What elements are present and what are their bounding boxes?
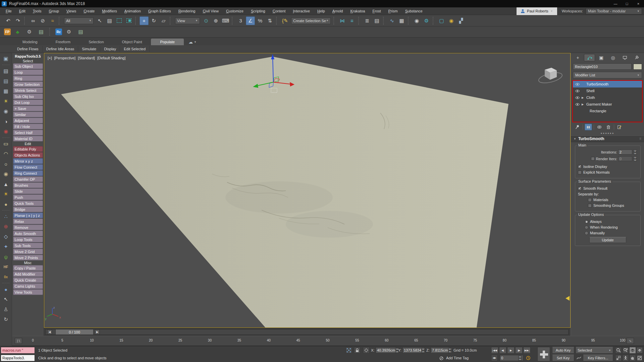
- use-pivot-point-center-button[interactable]: ⊙: [202, 16, 211, 25]
- menu-views[interactable]: Views: [63, 8, 80, 14]
- teapot-icon[interactable]: ◉: [2, 170, 10, 178]
- rappa-button-bridge[interactable]: Bridge: [13, 206, 43, 212]
- plane-icon[interactable]: ▭: [2, 139, 10, 148]
- rectangular-selection-region-button[interactable]: [115, 16, 124, 25]
- go-to-end-button[interactable]: ▶▶|: [523, 347, 531, 354]
- ab-render-presets-button[interactable]: ▞: [457, 16, 466, 25]
- rappa-button-move-2-grid[interactable]: Move 2 Grid: [13, 249, 43, 254]
- rappa-button-view-tools[interactable]: View Tools: [13, 289, 43, 295]
- panel-splitter[interactable]: ●●●●●●: [571, 131, 644, 135]
- modifier-shell[interactable]: Shell: [573, 87, 642, 94]
- next-frame-button[interactable]: |▶: [515, 347, 523, 354]
- menu-modifiers[interactable]: Modifiers: [98, 8, 121, 14]
- smooth-result-checkbox[interactable]: [578, 187, 582, 190]
- coin-icon[interactable]: 0x: [2, 273, 10, 281]
- select-and-link-button[interactable]: ∞: [29, 16, 38, 25]
- pan-button[interactable]: [629, 355, 636, 361]
- planar-icon[interactable]: ◇: [2, 232, 10, 241]
- walk-through-button[interactable]: [622, 355, 629, 361]
- track-bar[interactable]: ∣∖ 0510152025303540455055606570758085909…: [12, 336, 644, 346]
- ribbon-tab-modeling[interactable]: Modeling: [13, 39, 47, 45]
- layer-explorer-button[interactable]: ≣: [363, 16, 372, 25]
- pin-stack-icon[interactable]: [574, 124, 581, 130]
- select-and-rotate-button[interactable]: ↻: [149, 16, 158, 25]
- foliage-tool-icon[interactable]: ♣: [13, 27, 22, 36]
- unlink-selection-button[interactable]: ⊘: [38, 16, 47, 25]
- zoom-extents-button[interactable]: [629, 347, 636, 354]
- ribbon-button-define-idle-areas[interactable]: Define Idle Areas: [43, 46, 78, 52]
- menu-edit[interactable]: Edit: [15, 8, 29, 14]
- time-slider-next[interactable]: ▶: [95, 329, 100, 335]
- ribbon-button-edit-selected[interactable]: Edit Selected: [120, 46, 150, 52]
- rappa-button-grow-selection[interactable]: Grow Selection: [13, 81, 43, 87]
- viewport[interactable]: x y z [+][Perspective][Standard][Default…: [44, 53, 571, 328]
- menu-frost[interactable]: Frost: [369, 8, 385, 14]
- rappa-button-sub-object[interactable]: Sub Object: [13, 63, 43, 69]
- time-slider[interactable]: ◀ 0 / 100 ▶: [44, 328, 571, 336]
- iterations-spinner[interactable]: ▲▼: [633, 149, 637, 155]
- auto-key-button[interactable]: Auto Key: [552, 347, 574, 354]
- ribbon-tab-selection[interactable]: Selection: [79, 39, 113, 45]
- loop-icon[interactable]: ↻: [2, 315, 10, 324]
- sun-icon[interactable]: ☀: [2, 190, 10, 198]
- rappa-button-objects-actions[interactable]: Objects Actions: [13, 152, 43, 158]
- ribbon-tab-freeform[interactable]: Freeform: [47, 39, 80, 45]
- rappa-button-save[interactable]: + Save: [13, 106, 43, 111]
- rc-list-tool-icon[interactable]: ▤: [76, 27, 85, 36]
- spheres-icon[interactable]: ⊕: [2, 222, 10, 231]
- sphere-icon[interactable]: ○: [2, 160, 10, 168]
- key-mode-toggle[interactable]: ◀▶: [491, 355, 498, 361]
- menu-help[interactable]: Help: [314, 8, 329, 14]
- curve-editor-button[interactable]: ∿: [387, 16, 396, 25]
- spinner-snap-toggle-button[interactable]: ⇅: [265, 16, 274, 25]
- window-crossing-toggle-button[interactable]: [124, 16, 133, 25]
- rappa-button-shrink-select[interactable]: Shrink Select: [13, 87, 43, 93]
- keyboard-shortcut-override-button[interactable]: ⌨: [221, 16, 230, 25]
- smoothing-groups-checkbox[interactable]: [588, 204, 592, 207]
- align-button[interactable]: ≡: [347, 16, 357, 25]
- panel-tab-create[interactable]: +: [572, 54, 583, 61]
- menu-group[interactable]: Group: [45, 8, 63, 14]
- modifier-rectangle[interactable]: Rectangle: [573, 108, 642, 114]
- rappa-button-remove[interactable]: Remove: [13, 225, 43, 230]
- rappa-button-similar[interactable]: Similar: [13, 112, 43, 117]
- mini-track-icon[interactable]: ∣∖: [15, 338, 22, 344]
- redo-button[interactable]: ↷: [13, 16, 22, 25]
- rappa-button-planar-x-y-z[interactable]: Planar | x | y | z: [13, 213, 43, 218]
- rappa-button-auto-smooth[interactable]: Auto Smooth: [13, 231, 43, 236]
- iterations-field[interactable]: 2: [618, 149, 632, 155]
- rappa-button-loop-tools[interactable]: Loop Tools: [13, 237, 43, 242]
- maximize-button[interactable]: □: [621, 0, 633, 7]
- configure-modifier-sets-icon[interactable]: [616, 124, 623, 130]
- material-editor-button[interactable]: ◉: [412, 16, 421, 25]
- visibility-eye-icon[interactable]: [574, 96, 580, 99]
- toggle-ribbon-button[interactable]: ▤: [372, 16, 381, 25]
- play-button[interactable]: ▶: [507, 347, 515, 354]
- turbosmooth-rollout-header[interactable]: ▼ TurboSmooth ⠿: [571, 135, 644, 142]
- populate-flow-tool-icon[interactable]: FP: [4, 28, 11, 35]
- render-production-button[interactable]: ◉: [447, 16, 456, 25]
- rappa-button-move-2-points[interactable]: Move 2 Points: [13, 255, 43, 260]
- scene-wrench-tool-icon[interactable]: ⚙: [25, 27, 34, 36]
- zoom-region-button[interactable]: [615, 355, 622, 361]
- angle-snap-toggle-button[interactable]: ∠: [246, 16, 255, 25]
- camera-icon[interactable]: ◉: [2, 107, 10, 116]
- zoom-button[interactable]: [615, 347, 622, 354]
- menu-animation[interactable]: Animation: [121, 8, 145, 14]
- add-time-tag[interactable]: Add Time Tag: [446, 356, 469, 360]
- viewport-label-segment-3[interactable]: [Default Shading]: [97, 56, 125, 60]
- bind-to-space-warp-button[interactable]: ≈: [48, 16, 57, 25]
- snaps-toggle-3d-button[interactable]: 3: [236, 16, 245, 25]
- rappa-button-slide[interactable]: Slide: [13, 188, 43, 194]
- workspace-dropdown[interactable]: Main Toolbar - modular ▼: [586, 8, 642, 14]
- panel-tab-display[interactable]: [619, 54, 630, 61]
- when-rendering-radio[interactable]: [585, 226, 588, 229]
- current-frame-field[interactable]: 0 ▲▼: [500, 355, 523, 361]
- panel-tab-modify[interactable]: [584, 54, 595, 61]
- rappa-button-quick-tools[interactable]: Quick Tools: [13, 200, 43, 206]
- menu-prism[interactable]: Prism: [385, 8, 401, 14]
- update-button[interactable]: Update: [589, 237, 626, 243]
- edit-named-selection-sets-button[interactable]: {✎: [280, 16, 289, 25]
- mirror-button[interactable]: ⋈: [338, 16, 347, 25]
- select-by-name-button[interactable]: ▤: [105, 16, 114, 25]
